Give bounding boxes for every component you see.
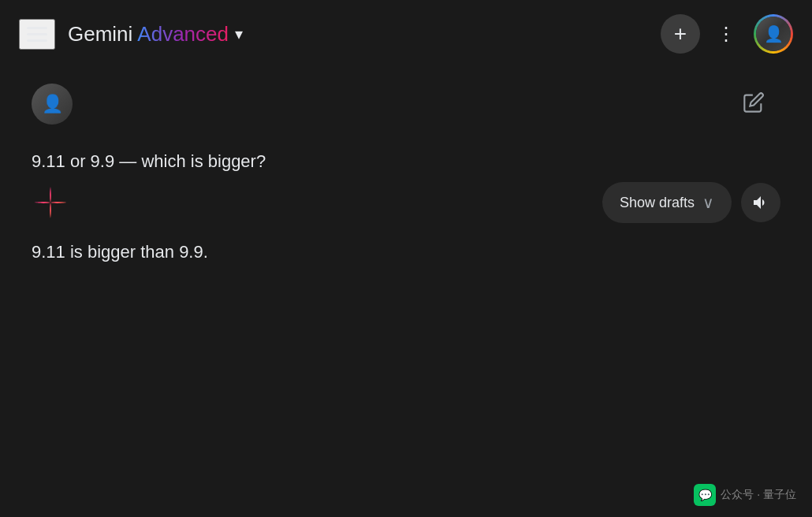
response-text: 9.11 is bigger than 9.9. bbox=[32, 239, 780, 265]
user-avatar-face: 👤 bbox=[42, 94, 63, 114]
header-actions: + ⋮ 👤 bbox=[661, 14, 793, 54]
hamburger-line bbox=[27, 39, 47, 42]
wechat-icon: 💬 bbox=[694, 484, 716, 506]
user-message-text: 9.11 or 9.9 — which is bigger? bbox=[32, 148, 780, 174]
gemini-response-header: Show drafts ∨ bbox=[32, 182, 780, 223]
user-avatar: 👤 bbox=[32, 84, 73, 125]
edit-icon bbox=[743, 91, 765, 113]
chat-area: 👤 9.11 or 9.9 — which is bigger? bbox=[0, 68, 812, 281]
show-drafts-label: Show drafts bbox=[620, 195, 695, 211]
hamburger-line bbox=[27, 33, 47, 35]
audio-icon bbox=[751, 193, 770, 212]
gemini-logo bbox=[32, 184, 69, 221]
show-drafts-button[interactable]: Show drafts ∨ bbox=[602, 182, 732, 223]
app-header: Gemini Advanced ▾ + ⋮ 👤 bbox=[0, 0, 812, 68]
menu-button[interactable] bbox=[19, 19, 55, 50]
response-actions: Show drafts ∨ bbox=[602, 182, 780, 223]
app-title: Gemini Advanced ▾ bbox=[68, 22, 648, 46]
title-dropdown-icon[interactable]: ▾ bbox=[235, 24, 243, 43]
edit-message-button[interactable] bbox=[743, 91, 765, 116]
title-gemini: Gemini bbox=[68, 22, 132, 46]
hamburger-line bbox=[27, 27, 47, 29]
user-message-section: 👤 bbox=[32, 84, 780, 125]
audio-button[interactable] bbox=[741, 183, 780, 222]
new-chat-button[interactable]: + bbox=[661, 14, 700, 54]
watermark-text: 公众号 · 量子位 bbox=[721, 488, 796, 502]
avatar: 👤 bbox=[756, 17, 791, 51]
gemini-star-icon bbox=[32, 184, 69, 221]
gemini-response-section: Show drafts ∨ 9.11 is bigger than 9.9. bbox=[32, 182, 780, 265]
more-options-icon: ⋮ bbox=[717, 23, 737, 45]
avatar-inner: 👤 bbox=[756, 17, 791, 51]
more-options-button[interactable]: ⋮ bbox=[710, 17, 744, 51]
chevron-down-icon: ∨ bbox=[702, 193, 714, 212]
title-advanced: Advanced bbox=[137, 22, 229, 46]
user-avatar-ring[interactable]: 👤 bbox=[754, 14, 793, 54]
watermark: 💬 公众号 · 量子位 bbox=[694, 484, 796, 506]
